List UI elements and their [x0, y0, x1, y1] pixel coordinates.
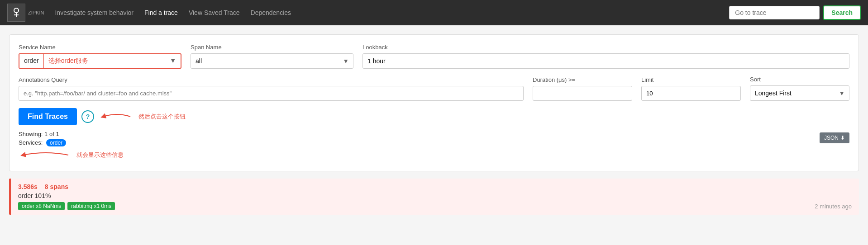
services-label: Services: — [19, 139, 43, 146]
json-download-button[interactable]: JSON ⬇ — [820, 132, 849, 143]
nav-find-trace[interactable]: Find a trace — [144, 9, 178, 16]
sort-select-wrapper: Longest First ▼ — [750, 85, 849, 101]
service-name-label: Service Name — [19, 44, 181, 51]
logo-text: ZIPKIN — [28, 10, 44, 15]
service-badge: order — [46, 139, 66, 146]
results-left: Showing: 1 of 1 Services: order — [19, 131, 820, 162]
span-name-select[interactable]: all — [191, 53, 353, 69]
result-tags: order x8 NaNms rabbitmq x1 0ms — [18, 202, 115, 210]
result-header: 3.586s 8 spans — [18, 183, 852, 190]
annotation-text-2: 就会显示这些信息 — [76, 151, 124, 159]
tag-order: order x8 NaNms — [18, 202, 65, 210]
go-to-trace-input[interactable] — [729, 6, 820, 19]
span-name-group: Span Name all ▼ — [191, 44, 353, 69]
result-duration: 3.586s — [18, 183, 38, 190]
annotations-input[interactable] — [19, 86, 524, 101]
span-select-wrapper: all ▼ — [191, 53, 353, 69]
search-button[interactable]: Search — [823, 5, 861, 20]
sort-select[interactable]: Longest First — [750, 85, 849, 101]
main-content: Service Name order 选择order服务 ▼ Span Name… — [0, 25, 868, 224]
nav-view-saved-trace[interactable]: View Saved Trace — [189, 9, 240, 16]
navbar-search-area: Search — [729, 5, 861, 20]
result-percentage: 101% — [35, 192, 51, 199]
result-time-ago: 2 minutes ago — [815, 203, 852, 210]
annotation-container: 然后点击这个按钮 — [99, 110, 186, 123]
find-traces-button[interactable]: Find Traces — [19, 108, 77, 125]
duration-input[interactable] — [533, 86, 632, 101]
service-input-wrapper[interactable]: order 选择order服务 ▼ — [19, 53, 181, 69]
result-item[interactable]: 3.586s 8 spans order 101% order x8 NaNms… — [9, 179, 859, 215]
limit-group: Limit — [641, 76, 741, 101]
lookback-select[interactable]: 1 hour — [362, 53, 849, 69]
nav-investigate[interactable]: Investigate system behavior — [55, 9, 134, 16]
result-service-line: order 101% — [18, 192, 852, 199]
duration-group: Duration (μs) >= — [533, 76, 632, 101]
nav-dependencies[interactable]: Dependencies — [251, 9, 291, 16]
tag-rabbitmq: rabbitmq x1 0ms — [67, 202, 115, 210]
result-footer: order x8 NaNms rabbitmq x1 0ms 2 minutes… — [18, 202, 852, 210]
result-spans: 8 spans — [45, 183, 68, 190]
results-top: Showing: 1 of 1 Services: order — [19, 131, 849, 162]
service-selected: 选择order服务 — [44, 54, 165, 68]
svg-point-0 — [14, 8, 19, 13]
btn-row: Find Traces ? 然后点击这个按钮 — [19, 108, 849, 125]
search-panel: Service Name order 选择order服务 ▼ Span Name… — [9, 34, 859, 171]
annotation-text-1: 然后点击这个按钮 — [138, 113, 186, 121]
showing-info: Showing: 1 of 1 — [19, 131, 820, 137]
help-button[interactable]: ? — [81, 110, 94, 123]
lookback-select-wrapper: 1 hour — [362, 53, 849, 69]
form-row-1: Service Name order 选择order服务 ▼ Span Name… — [19, 44, 849, 69]
lookback-label: Lookback — [362, 44, 849, 51]
services-info: Services: order — [19, 139, 820, 146]
sort-label: Sort — [750, 76, 849, 83]
annotation-arrow-1 — [99, 110, 135, 123]
form-row-2: Annotations Query Duration (μs) >= Limit… — [19, 76, 849, 101]
span-name-label: Span Name — [191, 44, 353, 51]
annotations-group: Annotations Query — [19, 76, 524, 101]
logo-box — [7, 4, 25, 22]
json-btn-wrapper: JSON ⬇ — [820, 132, 849, 143]
service-dropdown-arrow[interactable]: ▼ — [165, 54, 181, 68]
service-prefix: order — [19, 54, 44, 68]
logo: ZIPKIN — [7, 4, 44, 22]
json-download-icon: ⬇ — [840, 135, 845, 141]
json-label: JSON — [824, 135, 839, 141]
annotation-2-container: 就会显示这些信息 — [19, 148, 820, 162]
limit-input[interactable] — [641, 86, 741, 101]
annotations-label: Annotations Query — [19, 76, 524, 83]
limit-label: Limit — [641, 76, 741, 83]
result-service-name: order — [18, 192, 33, 199]
service-name-group: Service Name order 选择order服务 ▼ — [19, 44, 181, 69]
lookback-group: Lookback 1 hour — [362, 44, 849, 69]
navbar: ZIPKIN Investigate system behavior Find … — [0, 0, 868, 25]
annotation-arrow-2 — [19, 148, 73, 162]
duration-label: Duration (μs) >= — [533, 76, 632, 83]
sort-group: Sort Longest First ▼ — [750, 76, 849, 101]
